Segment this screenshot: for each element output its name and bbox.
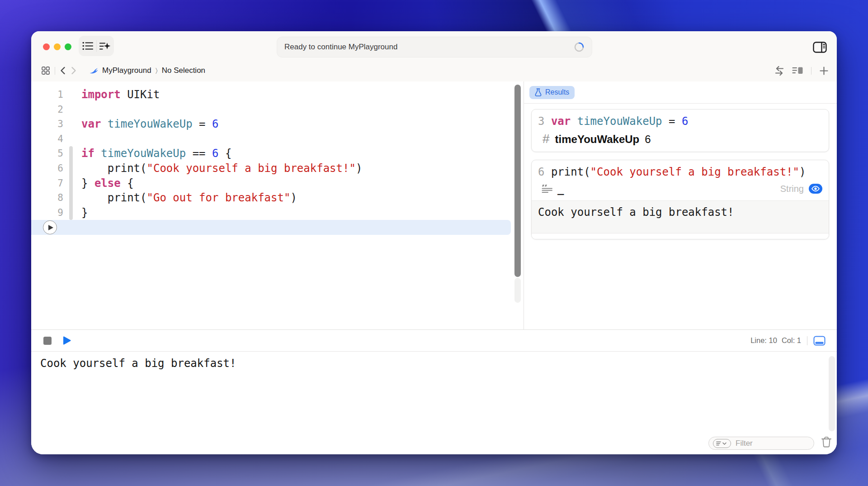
zoom-button[interactable] [65,43,71,50]
inspector-sidebar-icon [813,42,827,53]
run-playground-inline-button[interactable] [43,220,57,234]
breadcrumb-project[interactable]: MyPlayground [102,66,151,75]
line-number: 6 [31,161,63,176]
go-back-button[interactable] [60,67,66,75]
code-line[interactable]: print("Cook yourself a big breakfast!") [81,161,362,176]
desktop: Ready to continue MyPlayground [0,0,868,486]
filter-options-icon[interactable] [713,439,731,448]
swap-editors-icon[interactable] [774,66,785,76]
run-button[interactable] [62,336,71,345]
trash-icon [821,436,832,448]
result-meta-row: _ String [532,180,829,200]
tab-results[interactable]: Results [529,86,575,99]
editor-controls [774,66,837,76]
result-card-footer [532,233,829,239]
result-expression: 3 var timeYouWakeUp = 6 [532,110,829,129]
activity-status-text: Ready to continue MyPlayground [284,43,397,52]
clear-console-button[interactable] [820,435,833,449]
quicklook-button[interactable] [809,184,822,194]
result-variable-name: timeYouWakeUp [555,133,640,146]
inspector-toggle-button[interactable] [811,38,829,56]
code-line[interactable]: } else { [81,176,362,191]
result-cursor: _ [557,182,564,195]
line-number: 1 [31,87,63,102]
line-number: 7 [31,176,63,191]
hide-console-button[interactable] [813,336,826,346]
minimize-button[interactable] [54,43,61,50]
list-icon [82,41,94,51]
lines-sparkle-icon [99,41,111,51]
console-filter-field[interactable] [708,437,814,450]
debug-bar-divider [807,336,807,345]
line-number: 8 [31,191,63,205]
line-number: 2 [31,102,63,117]
editor-code: import UIKitvar timeYouWakeUp = 6if time… [81,87,362,220]
debug-bar-right: Line: 10 Col: 1 [750,336,826,346]
xcode-playground-window: Ready to continue MyPlayground [31,31,837,454]
progress-spinner-icon [574,42,585,52]
line-indicator: Line: 10 [750,336,777,345]
results-tab-label: Results [545,88,569,96]
number-type-icon: # [542,132,550,146]
playground-assistant-button[interactable] [97,36,113,56]
results-panel: Results 3 var timeYouWakeUp = 6 # timeYo… [524,81,837,329]
result-card-print: 6 print("Cook yourself a big breakfast!"… [531,160,829,239]
breadcrumb: MyPlayground 〉 No Selection [31,66,205,75]
code-line[interactable]: var timeYouWakeUp = 6 [81,117,362,132]
console-scrollbar-thumb[interactable] [829,356,835,431]
result-card-variable: 3 var timeYouWakeUp = 6 # timeYouWakeUp … [531,109,829,152]
code-line[interactable]: import UIKit [81,87,362,102]
breadcrumb-chevron: 〉 [156,67,158,75]
editor-controls-divider [811,67,811,75]
result-type-label: String [780,184,804,194]
flask-icon [535,88,542,96]
debug-bar: Line: 10 Col: 1 [31,329,837,352]
toolbar-button-group [79,36,114,56]
change-bar [69,146,73,220]
code-line[interactable]: if timeYouWakeUp == 6 { [81,146,362,161]
code-line[interactable]: print("Go out for breakfast") [81,191,362,205]
console-output: Cook yourself a big breakfast! [40,356,236,371]
close-button[interactable] [43,43,50,50]
code-line[interactable] [81,102,362,117]
result-variable-value: 6 [645,133,651,146]
current-line-highlight [31,220,511,235]
results-list: 3 var timeYouWakeUp = 6 # timeYouWakeUp … [524,104,837,239]
activity-view: Ready to continue MyPlayground [277,37,592,57]
editor-gutter: 123456789 [31,87,63,220]
swift-file-icon [89,67,98,75]
editor-scrollbar-thumb[interactable] [514,85,521,277]
editor-options-icon[interactable] [792,66,803,75]
results-toolbar: Results [524,81,837,104]
result-value-row: # timeYouWakeUp 6 [532,129,829,152]
filter-input[interactable] [735,438,804,448]
code-line[interactable]: } [81,205,362,220]
editor-scrollbar-track [514,278,521,303]
add-editor-icon[interactable] [819,66,829,76]
toolbar: Ready to continue MyPlayground [31,31,837,82]
result-expression: 6 print("Cook yourself a big breakfast!"… [532,160,829,180]
window-controls [43,43,71,50]
main-area: 123456789 import UIKitvar timeYouWakeUp … [31,81,837,329]
breadcrumb-selection[interactable]: No Selection [162,66,205,75]
column-indicator: Col: 1 [782,336,801,345]
console-log-icon [542,184,553,193]
result-console-output: Cook yourself a big breakfast! [532,200,829,233]
source-editor: 123456789 import UIKitvar timeYouWakeUp … [31,81,524,329]
cursor-position: Line: 10 Col: 1 [750,336,801,345]
sidebar-list-button[interactable] [80,36,96,56]
go-forward-button[interactable] [71,67,76,75]
jump-bar: MyPlayground 〉 No Selection [31,60,837,81]
code-line[interactable] [81,132,362,147]
line-number: 9 [31,205,63,220]
line-number: 4 [31,132,63,147]
line-number: 3 [31,117,63,132]
breadcrumb-divider [55,67,55,75]
console-area: Cook yourself a big breakfast! [31,352,837,454]
stop-button[interactable] [43,337,52,345]
line-number: 5 [31,146,63,161]
play-icon [48,225,53,230]
related-items-grid-icon[interactable] [42,67,50,75]
